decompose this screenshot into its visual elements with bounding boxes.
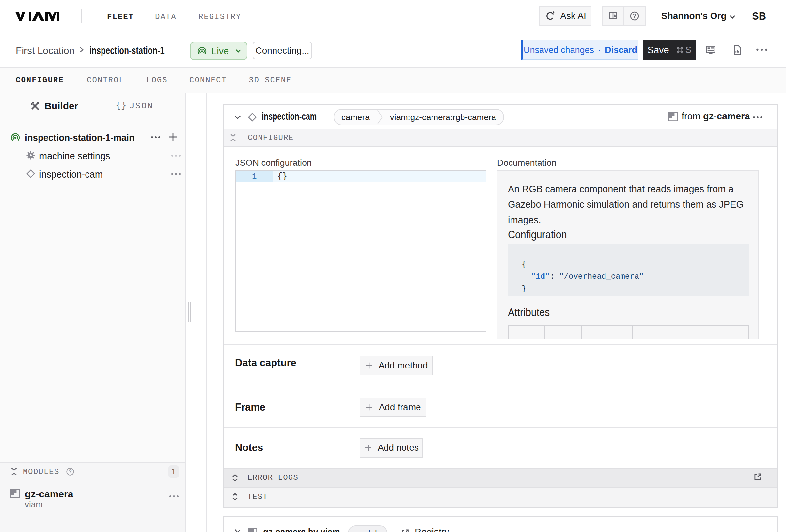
svg-text:?: ? (632, 13, 636, 19)
svg-text:?: ? (69, 469, 72, 474)
